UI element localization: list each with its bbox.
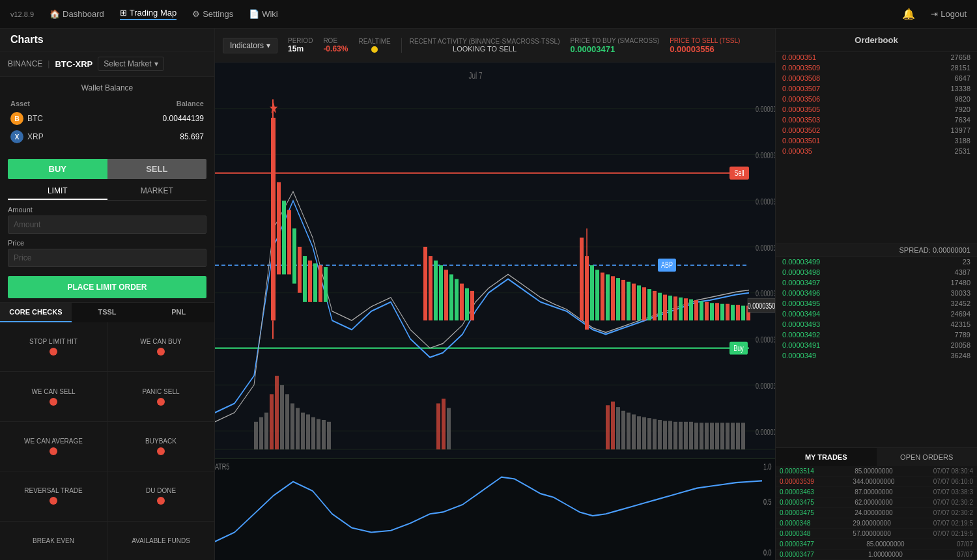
ask-qty: 7634 (955, 116, 970, 124)
check-status-dot (157, 447, 165, 455)
orderbook-ask-row[interactable]: 0.000035057920 (776, 104, 977, 115)
ask-price: 0.00003505 (782, 105, 820, 113)
core-tab-core-checks[interactable]: CORE CHECKS (0, 303, 72, 322)
orderbook-ask-row[interactable]: 0.0000350713338 (776, 83, 977, 94)
svg-rect-35 (627, 413, 630, 450)
trade-qty: 87.00000000 (855, 488, 892, 496)
trade-price: 0.0000348 (780, 520, 810, 527)
orderbook-bid-row[interactable]: 0.0000349532452 (776, 298, 977, 309)
tab-market[interactable]: MARKET (107, 183, 207, 200)
price-input[interactable] (8, 249, 206, 267)
svg-rect-86 (601, 273, 604, 321)
svg-text:0.0000354: 0.0000354 (756, 243, 775, 252)
trade-time: 07/07 08:30:4 (933, 468, 973, 475)
svg-rect-85 (595, 270, 599, 320)
trades-tab-my-trades[interactable]: MY TRADES (776, 448, 877, 466)
amount-label: Amount (8, 206, 206, 214)
trades-tabs: MY TRADESOPEN ORDERS (776, 447, 977, 466)
version-label: v12.8.9 (10, 10, 34, 18)
svg-rect-107 (710, 303, 714, 320)
checks-grid: STOP LIMIT HIT WE CAN BUY WE CAN SELL PA… (0, 322, 214, 560)
notification-bell-icon[interactable]: 🔔 (902, 8, 915, 20)
center-area: Indicators ▾ PERIOD 15m ROE -0.63% REALT… (215, 29, 775, 560)
orderbook-ask-row[interactable]: 0.000035069820 (776, 94, 977, 104)
svg-rect-21 (296, 408, 300, 450)
orderbook-ask-row[interactable]: 0.0000350928151 (776, 63, 977, 73)
svg-rect-37 (637, 416, 641, 449)
core-tab-pnl[interactable]: PNL (143, 303, 214, 322)
orderbook-ask-row[interactable]: 0.000035086647 (776, 73, 977, 83)
check-stop-limit-hit: STOP LIMIT HIT (0, 322, 107, 371)
ask-qty: 7920 (955, 105, 970, 113)
nav-trading-map[interactable]: ⊞ Trading Map (120, 8, 177, 20)
bid-price: 0.00003493 (782, 320, 820, 328)
orderbook-ask-row[interactable]: 0.000035037634 (776, 115, 977, 125)
ask-qty: 6647 (955, 74, 970, 82)
logout-button[interactable]: ⇥ Logout (931, 9, 967, 19)
core-tab-tssl[interactable]: TSSL (72, 303, 143, 322)
svg-rect-29 (442, 399, 446, 449)
nav-wiki[interactable]: 📄 Wiki (249, 9, 278, 19)
amount-input[interactable] (8, 216, 206, 234)
check-label: PANIC SELL (142, 388, 179, 395)
check-label: DU DONE (146, 487, 176, 494)
orderbook-bid-row[interactable]: 0.0000349923 (776, 257, 977, 267)
orderbook-bid-row[interactable]: 0.000034927789 (776, 329, 977, 340)
orderbook-bid-row[interactable]: 0.0000349342315 (776, 319, 977, 329)
svg-rect-89 (616, 278, 620, 320)
indicators-button[interactable]: Indicators ▾ (223, 38, 277, 53)
check-we-can-average: WE CAN AVERAGE (0, 422, 107, 471)
trade-price: 0.00003477 (780, 540, 814, 548)
orderbook-bid-row[interactable]: 0.0000349424694 (776, 309, 977, 319)
tab-limit[interactable]: LIMIT (8, 183, 107, 200)
xrp-icon: X (10, 130, 23, 143)
buy-button[interactable]: BUY (8, 159, 107, 179)
orderbook-ask-row[interactable]: 0.0000350213977 (776, 125, 977, 135)
svg-rect-36 (632, 414, 636, 449)
svg-rect-41 (658, 420, 662, 449)
select-market-button[interactable]: Select Market ▾ (98, 57, 163, 71)
trade-row: 0.0000348 57.00000000 07/07 02:19:5 (776, 529, 977, 539)
trade-price: 0.00003514 (780, 468, 814, 475)
nav-settings[interactable]: ⚙ Settings (192, 9, 233, 19)
svg-rect-42 (663, 421, 667, 449)
ask-price: 0.00003508 (782, 74, 820, 82)
sell-button[interactable]: SELL (107, 159, 207, 179)
grid-icon: ⊞ (120, 8, 127, 18)
svg-rect-46 (684, 422, 688, 449)
trade-time: 07/07 (957, 551, 973, 558)
svg-rect-30 (447, 408, 451, 450)
orderbook-bid-row[interactable]: 0.000034984387 (776, 267, 977, 277)
check-status-dot (50, 348, 57, 356)
trade-qty: 62.00000000 (855, 499, 892, 506)
svg-rect-24 (311, 417, 315, 450)
orderbook-bid-row[interactable]: 0.0000349630033 (776, 288, 977, 298)
check-label: WE CAN BUY (140, 338, 181, 345)
svg-rect-67 (308, 260, 312, 302)
svg-rect-81 (580, 238, 584, 320)
orderbook-ask-row[interactable]: 0.0000352531 (776, 146, 977, 156)
svg-text:ATR5: ATR5 (215, 462, 229, 471)
orderbook-ask-row[interactable]: 0.000035013188 (776, 135, 977, 146)
orderbook-ask-row[interactable]: 0.000035127658 (776, 52, 977, 63)
price-label: Price (8, 239, 206, 247)
activity-box: RECENT ACTIVITY (BINANCE-SMACROSS-TSSL) … (401, 38, 560, 53)
wallet-table: Asset Balance B BTC 0.00444139 X XRP 85.… (8, 98, 206, 146)
exchange-bar: BINANCE | BTC-XRP Select Market ▾ (0, 51, 214, 77)
bid-qty: 42315 (950, 320, 970, 328)
orderbook-bid-row[interactable]: 0.0000349120058 (776, 340, 977, 350)
svg-rect-135 (215, 458, 775, 560)
svg-rect-43 (668, 421, 672, 449)
svg-rect-48 (694, 423, 698, 449)
trades-tab-open-orders[interactable]: OPEN ORDERS (877, 448, 978, 466)
place-order-button[interactable]: PLACE LIMIT ORDER (8, 276, 206, 298)
ask-price: 0.0000351 (782, 53, 816, 61)
nav-dashboard[interactable]: 🏠 Dashboard (50, 9, 104, 19)
orderbook-bid-row[interactable]: 0.0000349717480 (776, 277, 977, 288)
orderbook-bid-row[interactable]: 0.000034936248 (776, 350, 977, 361)
orderbook-title: Orderbook (776, 29, 977, 52)
svg-rect-27 (327, 422, 331, 449)
svg-rect-34 (621, 411, 625, 449)
svg-rect-17 (275, 376, 279, 449)
bid-qty: 36248 (950, 352, 970, 359)
